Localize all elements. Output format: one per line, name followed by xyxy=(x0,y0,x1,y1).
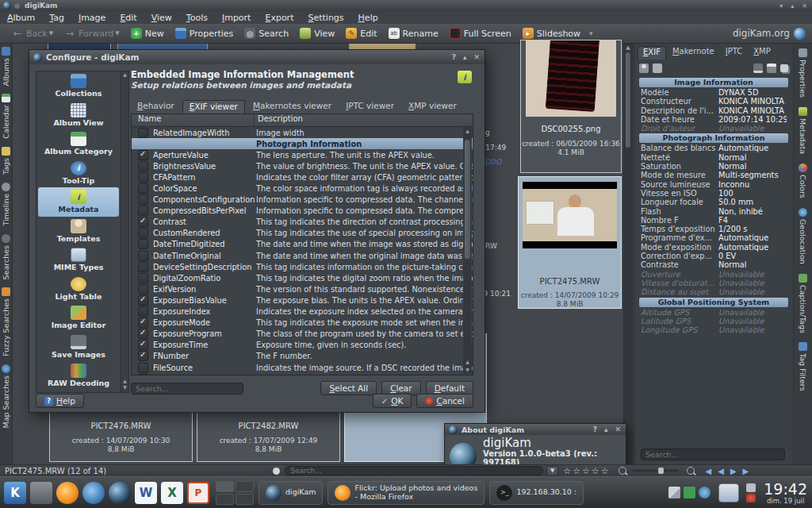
menu-item[interactable]: Tag xyxy=(42,13,71,23)
web-icon[interactable] xyxy=(699,487,710,498)
metadata-row[interactable]: Vitesse d'obturat... Unavailable xyxy=(634,279,793,287)
toolbar-button[interactable]: Slideshow ▼ xyxy=(517,26,586,40)
scroll-down-icon[interactable]: ▼ xyxy=(121,384,128,391)
tag-checkbox[interactable] xyxy=(138,239,148,249)
toolbar-button[interactable]: Full Screen ▼ xyxy=(444,26,517,40)
settings-tab[interactable]: IPTC viewer xyxy=(339,100,400,114)
settings-category[interactable]: Collections xyxy=(38,71,119,101)
menu-item[interactable]: View xyxy=(144,13,179,23)
menu-item[interactable]: Image xyxy=(71,13,113,23)
tag-checkbox[interactable] xyxy=(138,172,148,183)
close-icon[interactable]: ✕ xyxy=(802,2,807,10)
tag-checkbox[interactable] xyxy=(138,128,148,138)
tag-checkbox[interactable] xyxy=(138,273,148,283)
right-sidebar-tab[interactable]: Properties xyxy=(799,48,807,98)
metadata-row[interactable]: Nombre F F4 xyxy=(634,216,793,225)
toolbar-button[interactable]: View ▼ xyxy=(294,26,340,40)
excel-icon[interactable] xyxy=(161,482,183,504)
shade-icon[interactable]: ▴ xyxy=(604,425,608,433)
zoom-slider-knob[interactable] xyxy=(658,468,664,474)
metadata-row[interactable]: Constructeur KONICA MINOLTA xyxy=(634,97,793,106)
kmenu-icon[interactable] xyxy=(4,482,26,504)
table-row[interactable]: Flash This tag is recorded when an image… xyxy=(132,373,473,375)
metadata-search-input[interactable] xyxy=(641,448,785,460)
help-icon[interactable]: ? xyxy=(452,53,456,61)
zoom-slider[interactable] xyxy=(633,470,679,471)
metadata-row[interactable]: Correction d'exp... 0 EV xyxy=(634,252,793,260)
table-row[interactable]: CompressedBitsPerPixel Information speci… xyxy=(132,206,473,217)
menu-item[interactable]: Album xyxy=(0,13,42,23)
scrollbar-thumb[interactable] xyxy=(465,140,470,259)
settings-category[interactable]: Tool-Tip xyxy=(38,159,119,188)
metadata-row[interactable]: Ouverture Unavailable xyxy=(634,270,793,279)
metadata-row[interactable]: Mode de mesure Multi-segments xyxy=(634,171,793,179)
metadata-row[interactable]: Vitesse en ISO 100 xyxy=(634,189,793,198)
pager-desktop-4[interactable] xyxy=(236,494,254,505)
metadata-tab[interactable]: Makernote xyxy=(668,46,719,60)
tag-checkbox[interactable] xyxy=(138,340,148,350)
shade-icon[interactable]: ▴ xyxy=(463,53,467,61)
tag-checkbox[interactable] xyxy=(138,217,148,227)
left-sidebar-tab[interactable]: Searches xyxy=(2,234,10,279)
thumbnail-scrollbar[interactable]: ▲ xyxy=(623,44,633,464)
chevron-down-icon[interactable]: ▼ xyxy=(115,30,119,37)
metadata-row[interactable]: Balance des blancs Automatique xyxy=(634,144,793,152)
metadata-row[interactable]: Modèle DYNAX 5D xyxy=(634,88,793,97)
metadata-tab[interactable]: IPTC xyxy=(721,46,748,60)
close-icon[interactable]: ✕ xyxy=(473,53,480,61)
thumbnail-dsc00255[interactable]: DSC00255.png created : 06/05/2009 16:36 … xyxy=(520,40,622,173)
desktop-pager[interactable] xyxy=(216,481,254,505)
metadata-row[interactable]: Distance au sujet Unavailable xyxy=(634,287,793,296)
tag-checkbox[interactable] xyxy=(138,295,148,306)
left-sidebar-tab[interactable]: Timeline xyxy=(2,183,10,225)
nav-arrow-icon[interactable]: ▶ xyxy=(730,467,737,475)
powerpoint-icon[interactable] xyxy=(187,482,209,504)
tag-checkbox[interactable] xyxy=(138,251,148,261)
pager-desktop-3[interactable] xyxy=(216,494,234,505)
settings-category[interactable]: Image Editor xyxy=(38,303,119,333)
metadata-row[interactable]: Description de l'i... KONICA MINOLTA DI.… xyxy=(634,106,793,115)
metadata-tab[interactable]: XMP xyxy=(749,46,776,60)
comment-icon[interactable] xyxy=(653,64,662,73)
table-row[interactable]: CustomRendered This tag indicates the us… xyxy=(132,228,473,239)
tag-checkbox[interactable] xyxy=(138,228,148,238)
table-row[interactable]: ExposureMode This tag indicates the expo… xyxy=(132,318,473,329)
menu-item[interactable]: Import xyxy=(215,13,259,23)
thumbnail-pict2475[interactable]: PICT2475.MRW created : 14/07/2009 10:29 … xyxy=(518,176,622,309)
metadata-row[interactable]: Latitude GPS Unavailable xyxy=(634,317,793,325)
table-row[interactable]: CFAPattern Indicates the color filter ar… xyxy=(132,171,473,183)
tag-checkbox[interactable] xyxy=(138,161,148,171)
digikam-icon[interactable] xyxy=(109,482,131,504)
tag-checkbox[interactable] xyxy=(138,329,148,339)
right-sidebar-tab[interactable]: Tag Filters xyxy=(799,342,807,391)
metadata-row[interactable]: Programme d'ex... Automatique xyxy=(634,233,793,242)
scroll-down-icon[interactable]: ▼ xyxy=(463,367,472,372)
ok-button[interactable]: ✓ OK xyxy=(373,394,412,408)
scroll-up-icon[interactable]: ▲ xyxy=(121,71,128,78)
clipboard-icon[interactable] xyxy=(746,483,756,492)
print-icon[interactable] xyxy=(767,64,776,73)
clock[interactable]: 19:42 dim. 19 juil xyxy=(764,481,807,505)
right-sidebar-tab[interactable]: Caption/Tags xyxy=(799,274,807,333)
left-sidebar-tab[interactable]: Calendar xyxy=(2,94,10,139)
right-sidebar-tab[interactable]: Geolocation xyxy=(799,208,807,264)
menu-item[interactable]: Export xyxy=(258,13,301,23)
table-row[interactable]: ExposureTime Exposure time, given in sec… xyxy=(132,340,473,351)
table-row[interactable]: ComponentsConfiguration Information spec… xyxy=(132,194,473,206)
metadata-row[interactable]: Flash Non, inhibé xyxy=(634,207,793,216)
toolbar-button[interactable]: Search ▼ xyxy=(239,26,294,40)
taskbar-task[interactable]: digiKam xyxy=(259,481,323,505)
scroll-up-icon[interactable]: ▲ xyxy=(121,378,128,384)
scrollbar-thumb[interactable] xyxy=(626,52,630,148)
toolbar-overflow-icon[interactable]: ▾ xyxy=(589,29,593,37)
settings-category[interactable]: Save Images xyxy=(38,333,119,362)
taskbar-task[interactable]: Flickr: Upload photos and videos - Mozil… xyxy=(327,481,485,505)
settings-tab[interactable]: EXIF viewer xyxy=(182,100,245,114)
toolbar-button[interactable]: Rename ▼ xyxy=(383,26,444,40)
settings-category[interactable]: Album View xyxy=(38,101,119,130)
tag-checkbox[interactable] xyxy=(138,150,148,160)
nav-arrow-icon[interactable]: ▶ xyxy=(743,467,749,475)
minimize-icon[interactable]: ▾ xyxy=(779,2,783,10)
tag-checkbox[interactable] xyxy=(138,262,148,272)
pager-desktop-2[interactable] xyxy=(236,481,254,492)
